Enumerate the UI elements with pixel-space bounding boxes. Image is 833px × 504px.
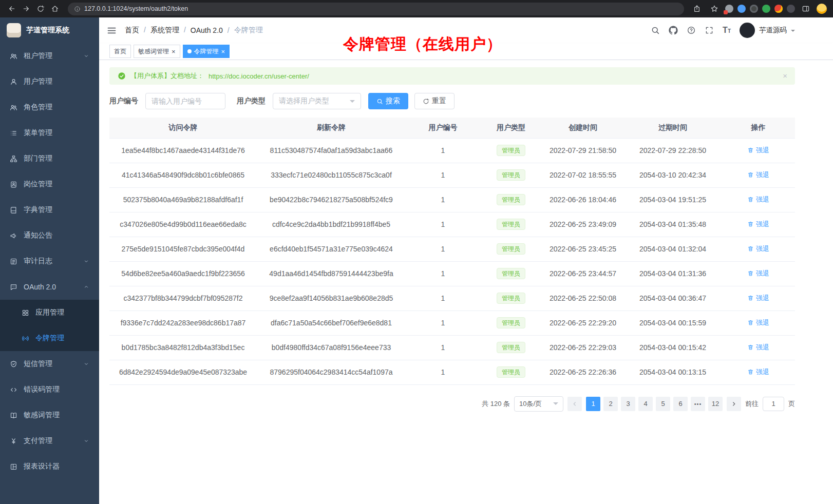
sidebar-menu-item[interactable]: 短信管理 (0, 351, 99, 377)
extension-blue-icon[interactable] (737, 5, 746, 13)
user-menu[interactable]: 芋道源码 (740, 23, 795, 38)
sidebar-menu-item[interactable]: 错误码管理 (0, 377, 99, 402)
page-button[interactable]: 5 (656, 397, 670, 411)
sidebar-menu-item[interactable]: 字典管理 (0, 197, 99, 223)
force-logout-label: 强退 (756, 220, 769, 229)
table-row: 502375b8040a469a9b82188afdf6af1f be90422… (109, 187, 795, 212)
user-type-badge: 管理员 (497, 342, 525, 353)
user-id-input[interactable] (145, 93, 225, 109)
page-button[interactable]: ••• (691, 397, 705, 411)
delete-icon (747, 221, 754, 227)
access-token-cell: b0d1785bc3a8482f812db4a3f3bd15ec (109, 335, 257, 360)
refresh-token-cell: 49d1aa46d1454fbd87591444423be9fa (257, 261, 406, 286)
code-icon (10, 386, 17, 394)
refresh-token-cell: 8796295f04064c2983414cc54af1097a (257, 360, 406, 384)
sidebar-menu-item[interactable]: 岗位管理 (0, 171, 99, 197)
page-button[interactable]: 1 (586, 397, 600, 411)
sidebar-collapse-button[interactable] (106, 25, 117, 36)
search-icon[interactable] (651, 26, 660, 35)
sidebar-menu-item[interactable]: 支付管理 (0, 428, 99, 454)
tab-close-icon[interactable] (221, 48, 225, 55)
page-button[interactable]: 2 (603, 397, 618, 411)
force-logout-button[interactable]: 强退 (747, 195, 769, 204)
goto-page-input[interactable] (763, 397, 784, 411)
force-logout-button[interactable]: 强退 (747, 146, 769, 155)
extension-paw-icon[interactable] (787, 5, 795, 13)
browser-reload-button[interactable] (34, 2, 47, 15)
force-logout-button[interactable]: 强退 (747, 318, 769, 327)
browser-forward-button[interactable] (20, 2, 33, 15)
force-logout-button[interactable]: 强退 (747, 367, 769, 377)
view-tab[interactable]: 令牌管理 (183, 45, 230, 58)
sidebar-menu-item[interactable]: 审计日志 (0, 248, 99, 274)
extension-dark-icon[interactable] (750, 5, 758, 13)
page-size-select[interactable]: 10条/页 (514, 396, 563, 412)
tab-close-icon[interactable] (172, 48, 176, 55)
force-logout-button[interactable]: 强退 (747, 269, 769, 278)
force-logout-label: 强退 (756, 269, 769, 278)
fullscreen-icon[interactable] (705, 26, 714, 35)
force-logout-button[interactable]: 强退 (747, 220, 769, 229)
sidebar-menu-item[interactable]: 敏感词管理 (0, 402, 99, 428)
page-button[interactable]: 12 (708, 397, 723, 411)
view-tab[interactable]: 首页 (109, 45, 131, 58)
url-text[interactable]: 127.0.0.1:1024/system/oauth2/token (84, 5, 188, 12)
prev-page-button[interactable] (567, 397, 582, 411)
page-button[interactable]: 3 (621, 397, 635, 411)
browser-back-button[interactable] (5, 2, 18, 15)
reset-button[interactable]: 重置 (414, 93, 455, 109)
address-bar[interactable]: 127.0.0.1:1024/system/oauth2/token (68, 3, 684, 15)
force-logout-button[interactable]: 强退 (747, 170, 769, 180)
sidebar-menu-item[interactable]: 菜单管理 (0, 120, 99, 146)
tab-bar: 首页 敏感词管理 令牌管理 (99, 43, 833, 60)
doc-link[interactable]: https://doc.iocoder.cn/user-center/ (209, 72, 309, 80)
share-icon[interactable] (690, 2, 704, 15)
github-icon[interactable] (669, 26, 678, 35)
sidebar-menu-item[interactable]: 报表设计器 (0, 454, 99, 479)
expire-time-cell: 2054-03-10 20:42:34 (624, 163, 722, 187)
token-table: 访问令牌刷新令牌用户编号用户类型创建时间过期时间操作 1ea5e44f8bc14… (109, 118, 795, 385)
sidebar-menu-item[interactable]: 用户管理 (0, 69, 99, 94)
force-logout-button[interactable]: 强退 (747, 294, 769, 303)
breadcrumb-item[interactable]: OAuth 2.0 (191, 26, 230, 34)
page-button[interactable]: 4 (638, 397, 653, 411)
user-type-badge: 管理员 (497, 169, 525, 181)
sidebar-menu-item[interactable]: 租户管理 (0, 43, 99, 69)
force-logout-button[interactable]: 强退 (747, 343, 769, 352)
user-type-select[interactable]: 请选择用户类型 (273, 93, 361, 109)
expire-time-cell: 2054-03-04 01:32:04 (624, 237, 722, 261)
active-tab-dot (187, 49, 192, 53)
search-button[interactable]: 搜索 (368, 93, 408, 109)
access-token-cell: 41c41346a548490f9dc8b01c6bfe0865 (109, 163, 257, 187)
breadcrumb-item[interactable]: 系统管理 (150, 26, 186, 35)
app-logo[interactable]: 芋道管理系统 (0, 17, 99, 43)
sidebar-menu-item[interactable]: 角色管理 (0, 94, 99, 120)
yen-icon (10, 437, 17, 445)
font-size-icon[interactable] (723, 26, 731, 34)
sidebar-item-label: OAuth 2.0 (24, 283, 56, 291)
sidebar-toggle-icon[interactable] (799, 2, 812, 15)
extension-green-icon[interactable] (762, 5, 770, 13)
sidebar-menu-item[interactable]: OAuth 2.0 (0, 274, 99, 300)
extension-multicolor-icon[interactable] (774, 5, 783, 13)
view-tab[interactable]: 敏感词管理 (134, 45, 180, 58)
sidebar-menu-item[interactable]: 部门管理 (0, 146, 99, 171)
sidebar-menu-item[interactable]: 令牌管理 (0, 325, 99, 351)
breadcrumb-item[interactable]: 首页 (125, 26, 146, 35)
breadcrumb-item[interactable]: 令牌管理 (234, 26, 263, 35)
next-page-button[interactable] (727, 397, 741, 411)
sidebar-menu-item[interactable]: 通知公告 (0, 223, 99, 248)
alert-close-icon[interactable] (783, 72, 787, 80)
browser-profile-avatar[interactable] (817, 4, 827, 14)
bookmark-star-icon[interactable] (708, 2, 721, 15)
user-id-label: 用户编号 (109, 96, 138, 106)
user-type-cell: 管理员 (480, 360, 542, 384)
help-icon[interactable] (687, 26, 696, 35)
page-button[interactable]: 6 (673, 397, 688, 411)
site-info-icon[interactable] (74, 6, 81, 12)
force-logout-button[interactable]: 强退 (747, 244, 769, 254)
browser-home-button[interactable] (48, 2, 62, 15)
table-row: c342377bf8b344799dcbf7bf095287f2 9ce8ef2… (109, 286, 795, 311)
sidebar-menu-item[interactable]: 应用管理 (0, 300, 99, 325)
extension-badged-icon[interactable] (725, 5, 733, 13)
